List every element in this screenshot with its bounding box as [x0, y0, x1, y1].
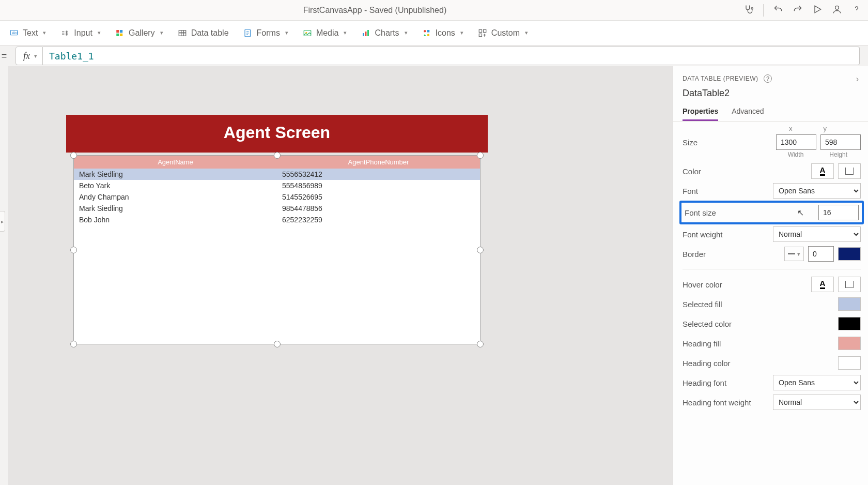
tab-properties[interactable]: Properties [683, 107, 718, 121]
ribbon-datatable[interactable]: Data table [178, 28, 229, 38]
resize-handle[interactable] [274, 341, 281, 347]
redo-icon[interactable] [793, 4, 803, 17]
border-width-input[interactable] [808, 246, 834, 262]
heading-color-swatch[interactable] [838, 356, 861, 370]
prop-font-weight: Font weight Normal [683, 224, 861, 244]
canvas-area[interactable]: Agent Screen AgentName AgentPhoneNumber … [8, 66, 673, 485]
table-row[interactable]: Mark Siedling9854478856 [74, 203, 480, 214]
main-area: ▸ Agent Screen AgentName AgentPhoneNumbe… [0, 66, 868, 485]
size-width-input[interactable] [776, 134, 816, 150]
datatable-selection[interactable]: AgentName AgentPhoneNumber Mark Siedling… [73, 155, 481, 344]
help-icon[interactable]: ? [764, 74, 772, 83]
ribbon-icons[interactable]: Icons▾ [422, 28, 463, 38]
table-icon [178, 28, 187, 38]
cell-phone: 6252232259 [277, 214, 480, 225]
object-category: DATA TABLE (PREVIEW) [683, 75, 758, 82]
formula-bar: = fx ▾ [0, 46, 868, 66]
svg-point-18 [424, 30, 426, 33]
divider [763, 4, 764, 17]
help-icon[interactable] [851, 4, 862, 17]
undo-icon[interactable] [773, 4, 783, 17]
cell-phone: 9854478856 [277, 203, 480, 214]
font-select[interactable]: Open Sans [773, 183, 861, 199]
font-weight-select[interactable]: Normal [773, 226, 861, 242]
resize-handle[interactable] [477, 247, 484, 253]
col-header-name[interactable]: AgentName [74, 156, 277, 169]
ribbon-forms[interactable]: Forms▾ [243, 28, 288, 38]
text-color-button[interactable]: A [811, 163, 834, 179]
svg-point-5 [66, 32, 67, 33]
svg-point-0 [751, 7, 753, 9]
chevron-down-icon: ▾ [98, 29, 101, 36]
stethoscope-icon[interactable] [743, 4, 754, 17]
input-icon [60, 28, 70, 38]
font-size-input[interactable] [818, 205, 859, 220]
resize-handle[interactable] [70, 341, 77, 347]
cursor-icon: ↖ [797, 208, 804, 218]
chevron-down-icon: ▾ [43, 29, 46, 36]
svg-rect-16 [365, 32, 367, 36]
col-header-phone[interactable]: AgentPhoneNumber [277, 156, 480, 169]
ribbon-charts[interactable]: Charts▾ [361, 28, 407, 38]
charts-icon [361, 28, 370, 38]
chevron-down-icon: ▾ [525, 29, 528, 36]
table-row[interactable]: Andy Champan5145526695 [74, 191, 480, 203]
chevron-down-icon: ▾ [405, 29, 408, 36]
ribbon-input[interactable]: Input▾ [60, 28, 101, 38]
resize-handle[interactable] [70, 247, 77, 253]
ribbon-custom[interactable]: Custom▾ [478, 28, 528, 38]
size-height-input[interactable] [820, 134, 861, 150]
chevron-right-icon[interactable]: › [856, 74, 859, 84]
resize-handle[interactable] [477, 152, 484, 159]
svg-rect-8 [120, 30, 122, 33]
hover-fill-color-button[interactable] [838, 277, 861, 292]
prop-heading-fill: Heading fill [683, 334, 861, 353]
border-style-select[interactable]: ▾ [784, 247, 804, 261]
properties-list: xy Size Width Height Color A Font Open S… [673, 122, 868, 485]
heading-font-weight-select[interactable]: Normal [773, 395, 861, 410]
cell-name: Bob John [74, 214, 277, 225]
prop-font-size: Font size ↖ [679, 201, 864, 224]
resize-handle[interactable] [70, 152, 77, 159]
svg-rect-22 [483, 29, 486, 32]
tab-advanced[interactable]: Advanced [732, 107, 764, 121]
chevron-down-icon: ▾ [160, 29, 163, 36]
xy-label: xy [683, 125, 861, 132]
ribbon-gallery[interactable]: Gallery▾ [115, 28, 163, 38]
ribbon-media[interactable]: Media▾ [303, 28, 347, 38]
forms-icon [243, 28, 253, 38]
equals-label: = [0, 51, 8, 62]
expand-tree-tab[interactable]: ▸ [0, 211, 5, 232]
resize-handle[interactable] [274, 152, 281, 159]
border-color-swatch[interactable] [838, 247, 861, 261]
svg-point-20 [427, 34, 429, 36]
play-icon[interactable] [812, 4, 823, 17]
ribbon-text[interactable]: Abc Text▾ [9, 28, 46, 38]
app-titlebar: FirstCanvasApp - Saved (Unpublished) [0, 0, 868, 21]
icons-icon [422, 28, 431, 38]
heading-font-select[interactable]: Open Sans [773, 375, 861, 390]
table-row[interactable]: Bob John6252232259 [74, 214, 480, 225]
user-icon[interactable] [832, 4, 842, 17]
formula-input[interactable] [43, 47, 860, 65]
fx-button[interactable]: fx ▾ [16, 47, 43, 65]
divider [683, 269, 861, 269]
fill-color-button[interactable] [838, 163, 861, 179]
svg-rect-15 [363, 33, 364, 36]
svg-rect-21 [479, 29, 482, 32]
prop-heading-color: Heading color [683, 353, 861, 373]
table-row[interactable]: Beto Yark5554856989 [74, 180, 480, 191]
table-row[interactable]: Mark Siedling5556532412 [74, 169, 480, 180]
prop-size: Size [683, 132, 861, 152]
selected-color-swatch[interactable] [838, 317, 861, 330]
screen-title: Agent Screen [66, 115, 488, 153]
prop-border: Border ▾ [683, 244, 861, 264]
hover-text-color-button[interactable]: A [811, 277, 834, 292]
cell-name: Mark Siedling [74, 169, 277, 180]
heading-fill-swatch[interactable] [838, 337, 861, 350]
resize-handle[interactable] [477, 341, 484, 347]
data-table[interactable]: AgentName AgentPhoneNumber Mark Siedling… [73, 155, 481, 344]
svg-point-1 [835, 6, 839, 9]
cell-phone: 5145526695 [277, 191, 480, 203]
selected-fill-swatch[interactable] [838, 297, 861, 311]
